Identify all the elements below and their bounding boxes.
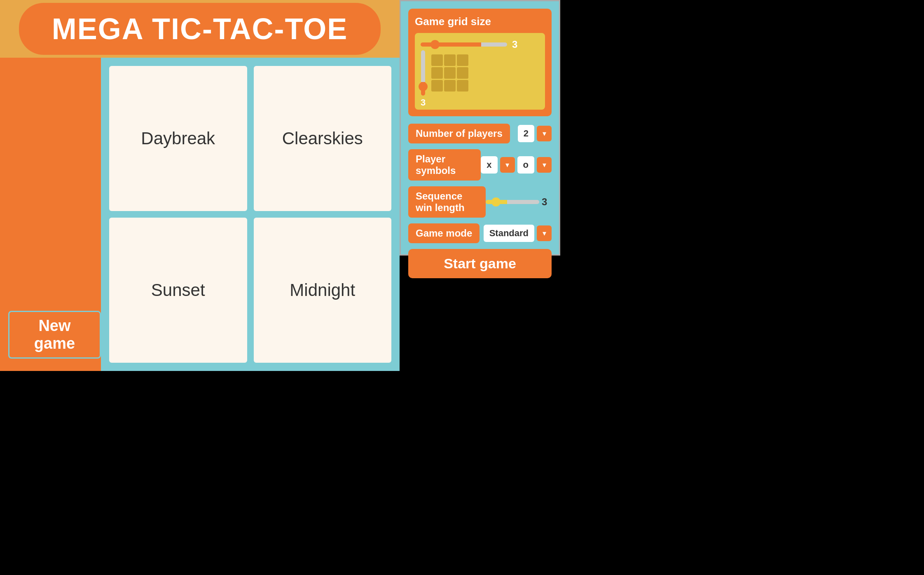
preview-cell <box>444 80 456 92</box>
player-symbols-control: x ▾ o ▾ <box>481 156 552 174</box>
number-of-players-label: Number of players <box>408 124 510 143</box>
chevron-down-icon: ▾ <box>543 160 546 169</box>
start-game-button[interactable]: Start game <box>408 249 552 278</box>
sequence-win-length-slider[interactable] <box>486 200 539 204</box>
player-symbol-2-dropdown[interactable]: ▾ <box>537 157 552 173</box>
grid-size-v-value: 3 <box>421 97 426 108</box>
preview-cell <box>457 80 468 92</box>
game-mode-value: Standard <box>484 225 534 242</box>
grid-size-box: Game grid size 3 3 <box>408 9 552 116</box>
grid-size-title: Game grid size <box>415 15 545 28</box>
sequence-win-length-value: 3 <box>542 196 552 208</box>
preview-cell <box>431 67 443 79</box>
grid-size-inner: 3 3 <box>415 33 545 110</box>
preview-cell <box>431 80 443 92</box>
game-cell-label-clearskies: Clearskies <box>282 129 363 148</box>
number-of-players-control: 2 ▾ <box>518 125 552 142</box>
grid-size-h-value: 3 <box>512 39 522 50</box>
sequence-win-length-row: Sequence win length 3 <box>408 186 552 218</box>
header: MEGA TIC-TAC-TOE <box>0 0 400 58</box>
grid-size-h-slider[interactable] <box>421 42 507 47</box>
game-cell-daybreak[interactable]: Daybreak <box>109 66 247 211</box>
page-title: MEGA TIC-TAC-TOE <box>52 12 348 45</box>
game-cell-sunset[interactable]: Sunset <box>109 218 247 363</box>
vertical-slider-wrapper: 3 <box>421 54 426 104</box>
settings-panel: Game grid size 3 3 <box>400 0 560 256</box>
chevron-down-icon: ▾ <box>543 129 546 138</box>
grid-preview <box>431 54 468 92</box>
game-cell-label-sunset: Sunset <box>151 280 205 300</box>
chevron-down-icon: ▾ <box>543 229 546 238</box>
left-sidebar: New game <box>0 58 101 371</box>
game-mode-row: Game mode Standard ▾ <box>408 223 552 243</box>
number-of-players-row: Number of players 2 ▾ <box>408 124 552 143</box>
player-symbols-label: Player symbols <box>408 149 481 181</box>
horizontal-slider-row: 3 <box>421 39 539 50</box>
number-of-players-value: 2 <box>518 125 534 142</box>
title-badge: MEGA TIC-TAC-TOE <box>19 3 381 55</box>
sequence-win-length-control: 3 <box>486 196 552 208</box>
game-mode-control: Standard ▾ <box>484 225 552 242</box>
vertical-slider-container: 3 <box>421 54 539 104</box>
main-container: MEGA TIC-TAC-TOE New game Daybreak Clear… <box>0 0 400 371</box>
game-cell-clearskies[interactable]: Clearskies <box>254 66 392 211</box>
game-cell-midnight[interactable]: Midnight <box>254 218 392 363</box>
preview-cell <box>457 67 468 79</box>
grid-size-v-slider[interactable] <box>421 50 425 96</box>
player-symbol-1-value: x <box>481 156 497 174</box>
number-of-players-dropdown[interactable]: ▾ <box>537 126 552 141</box>
new-game-button[interactable]: New game <box>8 311 101 359</box>
preview-cell <box>444 54 456 66</box>
sequence-win-length-label: Sequence win length <box>408 186 486 218</box>
game-mode-label: Game mode <box>408 223 480 243</box>
game-mode-dropdown[interactable]: ▾ <box>537 225 552 241</box>
game-cell-label-midnight: Midnight <box>290 280 355 300</box>
preview-cell <box>457 54 468 66</box>
player-symbols-row: Player symbols x ▾ o ▾ <box>408 149 552 181</box>
game-area: Daybreak Clearskies Sunset Midnight <box>101 58 400 371</box>
chevron-down-icon: ▾ <box>505 160 509 169</box>
preview-cell <box>444 67 456 79</box>
preview-cell <box>431 54 443 66</box>
player-symbol-1-dropdown[interactable]: ▾ <box>500 157 515 173</box>
game-cell-label-daybreak: Daybreak <box>141 129 215 148</box>
player-symbol-2-value: o <box>517 156 534 174</box>
